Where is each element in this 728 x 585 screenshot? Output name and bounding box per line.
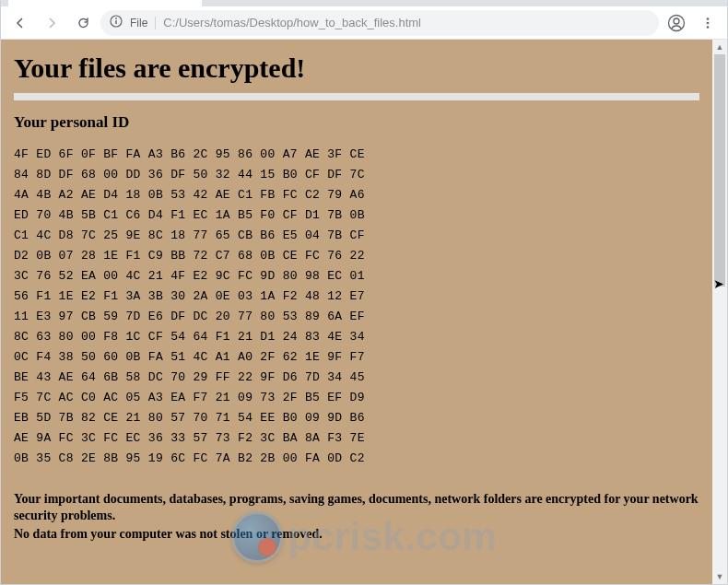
svg-point-10 bbox=[707, 18, 710, 20]
profile-button[interactable] bbox=[663, 9, 690, 37]
personal-id-hex: 4F ED 6F 0F BF FA A3 B6 2C 95 86 00 A7 A… bbox=[14, 145, 699, 469]
svg-point-7 bbox=[115, 18, 117, 19]
url-text: C:/Users/tomas/Desktop/how_to_back_files… bbox=[163, 16, 421, 29]
svg-point-8 bbox=[669, 15, 685, 30]
scroll-thumb[interactable] bbox=[714, 54, 725, 287]
browser-window: HOW TO DECRYPT YOUR FILES ✕ + bbox=[0, 0, 728, 585]
personal-id-label: Your personal ID bbox=[14, 113, 699, 132]
note-line: No data from your computer was not stole… bbox=[14, 526, 699, 543]
page-heading: Your files are encrypted! bbox=[14, 53, 699, 84]
divider bbox=[14, 93, 699, 100]
close-window-button[interactable] bbox=[679, 0, 720, 6]
forward-button[interactable] bbox=[38, 9, 65, 37]
tab-strip: HOW TO DECRYPT YOUR FILES ✕ + bbox=[1, 0, 727, 6]
url-scheme-chip: File bbox=[130, 17, 156, 29]
window-controls bbox=[598, 0, 720, 6]
scroll-track[interactable] bbox=[712, 54, 727, 569]
address-bar[interactable]: File C:/Users/tomas/Desktop/how_to_back_… bbox=[100, 10, 659, 36]
back-button[interactable] bbox=[6, 9, 34, 37]
maximize-button[interactable] bbox=[639, 0, 679, 6]
vertical-scrollbar[interactable]: ▲ ▼ bbox=[712, 40, 727, 584]
scroll-up-icon[interactable]: ▲ bbox=[712, 40, 727, 54]
svg-point-9 bbox=[674, 18, 679, 24]
note-line: Your important documents, databases, pro… bbox=[14, 491, 699, 524]
menu-button[interactable] bbox=[694, 9, 722, 37]
browser-toolbar: File C:/Users/tomas/Desktop/how_to_back_… bbox=[1, 6, 727, 40]
browser-tab[interactable]: HOW TO DECRYPT YOUR FILES ✕ bbox=[8, 0, 202, 6]
svg-point-12 bbox=[707, 26, 710, 29]
page-content: Your files are encrypted! Your personal … bbox=[1, 40, 712, 584]
scroll-down-icon[interactable]: ▼ bbox=[712, 569, 727, 584]
info-icon[interactable] bbox=[110, 15, 123, 30]
new-tab-button[interactable]: + bbox=[207, 0, 233, 6]
svg-point-11 bbox=[707, 21, 710, 24]
ransom-note: Your important documents, databases, pro… bbox=[14, 491, 699, 543]
minimize-button[interactable] bbox=[598, 0, 639, 6]
reload-button[interactable] bbox=[69, 9, 97, 37]
